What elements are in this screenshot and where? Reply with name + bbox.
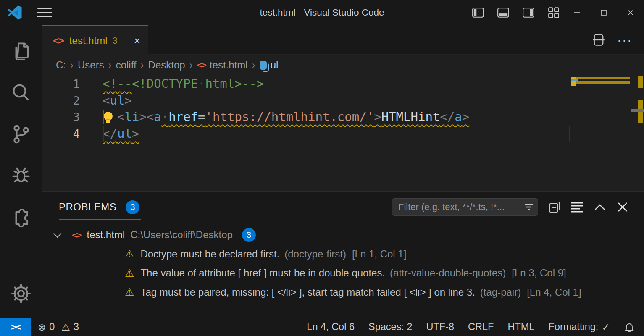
collapse-all-icon[interactable] <box>548 201 561 213</box>
vscode-logo-icon <box>7 5 22 20</box>
language-mode-status[interactable]: HTML <box>507 321 534 333</box>
breadcrumb-item-coliff[interactable]: coliff <box>116 59 137 71</box>
code-token: li <box>124 110 139 124</box>
code-token: a <box>455 110 462 124</box>
problem-source: (attr-value-double-quotes) <box>390 267 506 279</box>
symbol-element-icon <box>260 61 267 70</box>
code-token: > <box>132 126 139 141</box>
manage-settings-gear-icon[interactable] <box>0 273 42 314</box>
code-line-1[interactable]: 1<!--<!DOCTYPE·html>--> <box>42 76 644 92</box>
breadcrumb-item-users[interactable]: Users <box>78 59 104 71</box>
code-line-4[interactable]: 4</ul> <box>42 126 644 142</box>
code-token: <!DOCTYPE <box>132 76 198 91</box>
code-lines: 1<!--<!DOCTYPE·html>-->2<ul>3<li><a·href… <box>42 76 644 142</box>
code-line-3[interactable]: 3<li><a·href='https://htmlhint.com/'>HTM… <box>42 109 644 126</box>
activity-bar <box>0 25 42 318</box>
code-token: > <box>462 110 469 124</box>
line-number: 1 <box>42 76 103 92</box>
warning-icon: ⚠ <box>125 286 134 298</box>
customize-layout-icon[interactable] <box>544 3 563 22</box>
code-token: <!-- <box>103 76 132 91</box>
eol-status[interactable]: CRLF <box>468 321 494 333</box>
breadcrumb-item-test-html[interactable]: <>test.html <box>197 59 248 71</box>
minimize-button[interactable] <box>563 0 590 25</box>
problem-row-3[interactable]: ⚠Tag must be paired, missing: [ </li> ],… <box>42 283 644 302</box>
code-token: = <box>198 110 205 124</box>
code-token: > <box>139 110 146 124</box>
line-number: 4 <box>42 126 103 142</box>
editor[interactable]: 1<!--<!DOCTYPE·html>-->2<ul>3<li><a·href… <box>42 76 644 191</box>
more-actions-icon[interactable]: ··· <box>617 33 632 47</box>
line-number: 3 <box>42 109 103 126</box>
titlebar: test.html - Visual Studio Code <box>0 0 644 25</box>
indentation-status[interactable]: Spaces: 2 <box>368 321 413 333</box>
code-token: href <box>168 110 198 124</box>
html-file-icon: <> <box>197 60 206 70</box>
code-token: < <box>117 110 124 124</box>
problems-file-group[interactable]: <> test.html C:\Users\coliff\Desktop 3 <box>42 225 644 244</box>
breadcrumb-label: test.html <box>210 59 248 71</box>
maximize-button[interactable] <box>590 0 617 25</box>
tab-problems[interactable]: PROBLEMS 3 <box>59 194 141 220</box>
search-icon[interactable] <box>0 72 42 113</box>
breadcrumb: C:›Users›coliff›Desktop›<>test.html›ul <box>42 55 644 76</box>
code-token: > <box>124 93 131 108</box>
problem-row-1[interactable]: ⚠Doctype must be declared first.(doctype… <box>42 244 644 264</box>
extensions-icon[interactable] <box>0 196 42 237</box>
toggle-panel-icon[interactable] <box>494 3 513 22</box>
breadcrumb-label: Desktop <box>148 59 185 71</box>
encoding-status[interactable]: UTF-8 <box>426 321 455 333</box>
problem-position: [Ln 1, Col 1] <box>352 248 406 260</box>
minimap[interactable] <box>571 77 630 86</box>
problem-message: The value of attribute [ href ] must be … <box>140 267 385 279</box>
breadcrumb-item-ul[interactable]: ul <box>260 59 279 71</box>
breadcrumb-item-c-[interactable]: C: <box>56 59 66 71</box>
maximize-panel-icon[interactable] <box>594 201 606 213</box>
code-token: < <box>103 93 110 108</box>
tab-label: test.html <box>69 35 108 47</box>
source-control-icon[interactable] <box>0 113 42 155</box>
problem-position: [Ln 3, Col 9] <box>512 267 566 279</box>
lightbulb-icon[interactable] <box>103 111 117 124</box>
problems-panel: PROBLEMS 3 <box>42 191 644 318</box>
problems-filter <box>392 198 538 216</box>
breadcrumb-separator-icon: › <box>252 59 255 71</box>
toggle-secondary-sidebar-icon[interactable] <box>519 3 538 22</box>
code-token: ul <box>110 93 124 108</box>
tab-test-html[interactable]: <> test.html 3 × <box>42 25 148 55</box>
close-panel-icon[interactable] <box>616 201 629 213</box>
cursor-position-status[interactable]: Ln 4, Col 6 <box>307 321 355 333</box>
problems-tab-label: PROBLEMS <box>59 201 116 213</box>
problem-position: [Ln 4, Col 1] <box>527 286 581 298</box>
chevron-down-icon <box>53 229 62 238</box>
close-window-button[interactable] <box>617 0 644 25</box>
split-editor-icon[interactable] <box>592 33 605 47</box>
problems-filter-input[interactable] <box>392 198 538 216</box>
errors-warnings-status[interactable]: ⊗ 0 ⚠ 3 <box>38 321 79 333</box>
breadcrumb-label: Users <box>78 59 104 71</box>
toggle-primary-sidebar-icon[interactable] <box>468 3 488 22</box>
tab-close-icon[interactable]: × <box>134 35 140 46</box>
breadcrumb-item-desktop[interactable]: Desktop <box>148 59 185 71</box>
code-line-2[interactable]: 2<ul> <box>42 92 644 109</box>
code-token: < <box>147 110 154 124</box>
notifications-bell-icon[interactable] <box>624 322 635 333</box>
explorer-icon[interactable] <box>0 31 42 72</box>
code-token: a <box>154 110 161 124</box>
tab-warning-badge: 3 <box>113 35 118 46</box>
line-number: 2 <box>42 92 103 109</box>
problem-row-2[interactable]: ⚠The value of attribute [ href ] must be… <box>42 264 644 283</box>
breadcrumb-label: C: <box>56 59 66 71</box>
html-file-icon: <> <box>53 35 63 47</box>
menu-hamburger-icon[interactable] <box>37 8 52 17</box>
filter-icon <box>524 203 534 211</box>
code-token: > <box>374 110 381 124</box>
breadcrumb-separator-icon: › <box>70 59 74 71</box>
code-token: 'https://htmlhint.com/' <box>205 110 374 124</box>
tab-bar: <> test.html 3 × ··· <box>42 25 644 55</box>
formatting-status[interactable]: Formatting: ✓ <box>548 321 610 333</box>
file-name: test.html <box>87 229 125 241</box>
view-as-table-icon[interactable] <box>571 201 584 213</box>
remote-indicator[interactable]: >< <box>0 318 31 336</box>
run-and-debug-icon[interactable] <box>0 155 42 196</box>
